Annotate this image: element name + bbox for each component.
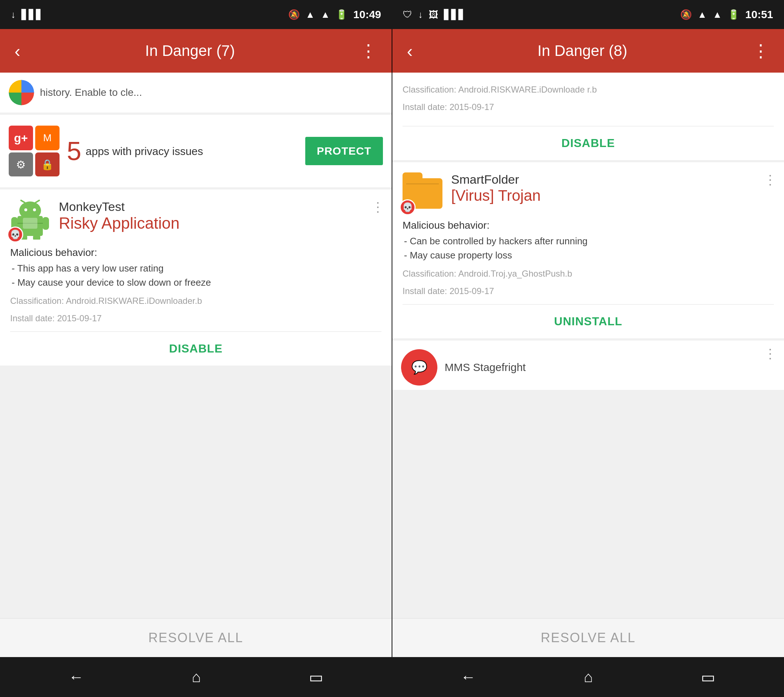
right-status-right: 🔕 ▲ ▲ 🔋 10:51 bbox=[680, 8, 773, 21]
notification-icon: ↓ bbox=[11, 9, 16, 20]
right-content: Classification: Android.RISKWARE.iDownlo… bbox=[392, 73, 784, 657]
right-title: In Danger (8) bbox=[423, 42, 741, 59]
monkey-more-icon[interactable]: ⋮ bbox=[371, 199, 384, 215]
left-time: 10:49 bbox=[353, 8, 381, 21]
mms-partial-card: ⋮ 💬 MMS Stagefright bbox=[392, 341, 784, 390]
left-back-button[interactable]: ‹ bbox=[11, 37, 24, 64]
left-resolve-all-button[interactable]: RESOLVE ALL bbox=[148, 630, 243, 646]
mms-more-icon[interactable]: ⋮ bbox=[764, 346, 777, 362]
right-back-nav-button[interactable]: ← bbox=[453, 665, 483, 689]
svg-rect-9 bbox=[33, 234, 40, 240]
monkey-classification-block: Classification: Android.RISKWARE.iDownlo… bbox=[10, 295, 382, 324]
privacy-text-area: 5 apps with privacy issues bbox=[67, 138, 298, 164]
svg-point-1 bbox=[19, 201, 41, 220]
svg-line-5 bbox=[36, 200, 39, 203]
monkey-app-icon: 💀 bbox=[10, 199, 50, 240]
smartfolder-skull-badge: 💀 bbox=[400, 199, 416, 215]
smartfolder-uninstall-button[interactable]: UNINSTALL bbox=[402, 304, 774, 338]
right-status-icons: 🛡 ↓ 🖼 ▋▋▋ bbox=[403, 9, 466, 20]
left-menu-button[interactable]: ⋮ bbox=[356, 37, 381, 64]
screens-container: ‹ In Danger (7) ⋮ history. Enable to cle… bbox=[0, 29, 784, 657]
svg-rect-11 bbox=[23, 218, 37, 229]
mms-icon: 💬 bbox=[401, 349, 437, 386]
left-content: history. Enable to cle... g+ M ⚙ 🔒 5 app… bbox=[0, 73, 392, 657]
privacy-count: 5 bbox=[67, 138, 81, 164]
battery-icon: 🔋 bbox=[336, 9, 348, 20]
right-back-button[interactable]: ‹ bbox=[403, 37, 416, 64]
smartfolder-app-icon: 💀 bbox=[402, 173, 443, 213]
smartfolder-threat-level: [Virus] Trojan bbox=[451, 186, 774, 205]
left-status-bar: ↓ ▋▋▋ 🔕 ▲ ▲ 🔋 10:49 bbox=[0, 0, 392, 29]
right-clipped-install: Install date: 2015-09-17 bbox=[402, 101, 774, 113]
right-home-nav-button[interactable]: ⌂ bbox=[576, 665, 600, 689]
smartfolder-threat-card: ⋮ 💀 SmartFolder [Virus bbox=[392, 162, 784, 338]
left-top-card: history. Enable to cle... bbox=[0, 73, 392, 112]
svg-rect-7 bbox=[43, 217, 49, 230]
svg-line-4 bbox=[21, 200, 25, 203]
shield-icon: 🛡 bbox=[403, 9, 412, 20]
wifi2-icon: ▲ bbox=[698, 9, 707, 20]
smartfolder-behaviors: Malicious behavior: - Can be controlled … bbox=[402, 220, 774, 262]
left-nav-section: ← ⌂ ▭ bbox=[0, 657, 392, 697]
smartfolder-install-date: Install date: 2015-09-17 bbox=[402, 285, 774, 297]
svg-point-3 bbox=[33, 208, 36, 211]
google-plus-icon: g+ bbox=[9, 125, 33, 150]
left-back-nav-button[interactable]: ← bbox=[61, 665, 91, 689]
mute-icon: 🔕 bbox=[288, 9, 300, 20]
monkey-behaviors: Malicious behavior: - This app has a ver… bbox=[10, 247, 382, 290]
left-status-right: 🔕 ▲ ▲ 🔋 10:49 bbox=[288, 8, 381, 21]
smartfolder-threat-info: SmartFolder [Virus] Trojan bbox=[451, 173, 774, 205]
smartfolder-classification: Classification: Android.Troj.ya_GhostPus… bbox=[402, 267, 774, 280]
right-menu-button[interactable]: ⋮ bbox=[748, 37, 773, 64]
right-top-card: Classification: Android.RISKWARE.iDownlo… bbox=[392, 73, 784, 160]
battery2-icon: 🔋 bbox=[728, 9, 740, 20]
nav-bar: ← ⌂ ▭ ← ⌂ ▭ bbox=[0, 657, 784, 697]
left-title: In Danger (7) bbox=[31, 42, 349, 59]
smartfolder-malicious-header: Malicious behavior: bbox=[402, 220, 774, 231]
right-screen: ‹ In Danger (8) ⋮ Classification: Androi… bbox=[392, 29, 784, 657]
right-nav-section: ← ⌂ ▭ bbox=[392, 657, 784, 697]
left-home-nav-button[interactable]: ⌂ bbox=[184, 665, 208, 689]
smartfolder-behavior-1: - Can be controlled by hackers after run… bbox=[404, 234, 774, 248]
right-top-disable-button[interactable]: DISABLE bbox=[402, 126, 774, 160]
gmail-icon: M bbox=[35, 125, 59, 150]
monkey-malicious-header: Malicious behavior: bbox=[10, 247, 382, 259]
mms-app-name: MMS Stagefright bbox=[445, 361, 525, 374]
signal-icon: ▲ bbox=[321, 9, 330, 20]
signal2-icon: ▲ bbox=[713, 9, 722, 20]
right-status-bar: 🛡 ↓ 🖼 ▋▋▋ 🔕 ▲ ▲ 🔋 10:51 bbox=[392, 0, 784, 29]
wifi-icon: ▲ bbox=[306, 9, 315, 20]
mute2-icon: 🔕 bbox=[680, 9, 692, 20]
right-recents-nav-button[interactable]: ▭ bbox=[693, 665, 723, 690]
smartfolder-header: 💀 SmartFolder [Virus] Trojan bbox=[402, 173, 774, 213]
lock-icon: 🔒 bbox=[35, 152, 59, 176]
chrome-icon-placeholder bbox=[9, 80, 34, 105]
settings-icon: ⚙ bbox=[9, 152, 33, 176]
bars-icon: ▋▋▋ bbox=[21, 9, 43, 20]
image-icon: 🖼 bbox=[429, 9, 438, 20]
monkey-threat-card: ⋮ bbox=[0, 189, 392, 366]
left-screen: ‹ In Danger (7) ⋮ history. Enable to cle… bbox=[0, 29, 392, 657]
left-top-clipped-text: history. Enable to cle... bbox=[40, 87, 142, 98]
left-recents-nav-button[interactable]: ▭ bbox=[301, 665, 331, 690]
monkey-disable-button[interactable]: DISABLE bbox=[10, 331, 382, 366]
bars2-icon: ▋▋▋ bbox=[444, 9, 466, 20]
privacy-card: g+ M ⚙ 🔒 5 apps with privacy issues PROT… bbox=[0, 115, 392, 187]
right-resolve-all-bar: RESOLVE ALL bbox=[392, 618, 784, 657]
privacy-description: apps with privacy issues bbox=[86, 144, 203, 158]
right-resolve-all-button[interactable]: RESOLVE ALL bbox=[541, 630, 636, 646]
monkey-header: 💀 MonkeyTest Risky Application bbox=[10, 199, 382, 240]
right-top-content: Classification: Android.RISKWARE.iDownlo… bbox=[402, 73, 774, 119]
skull-badge: 💀 bbox=[7, 227, 23, 242]
smartfolder-more-icon[interactable]: ⋮ bbox=[764, 173, 777, 188]
download-icon: ↓ bbox=[418, 9, 423, 20]
app-icons-grid: g+ M ⚙ 🔒 bbox=[9, 125, 59, 176]
protect-button[interactable]: PROTECT bbox=[305, 137, 383, 165]
monkey-threat-level: Risky Application bbox=[59, 214, 382, 233]
status-bars: ↓ ▋▋▋ 🔕 ▲ ▲ 🔋 10:49 🛡 ↓ 🖼 ▋▋▋ 🔕 ▲ ▲ 🔋 10… bbox=[0, 0, 784, 29]
mms-icon-symbol: 💬 bbox=[411, 360, 428, 375]
right-clipped-classification: Classification: Android.RISKWARE.iDownlo… bbox=[402, 84, 774, 96]
monkey-classification: Classification: Android.RISKWARE.iDownlo… bbox=[10, 295, 382, 307]
monkey-threat-info: MonkeyTest Risky Application bbox=[59, 199, 382, 233]
right-app-bar: ‹ In Danger (8) ⋮ bbox=[392, 29, 784, 73]
